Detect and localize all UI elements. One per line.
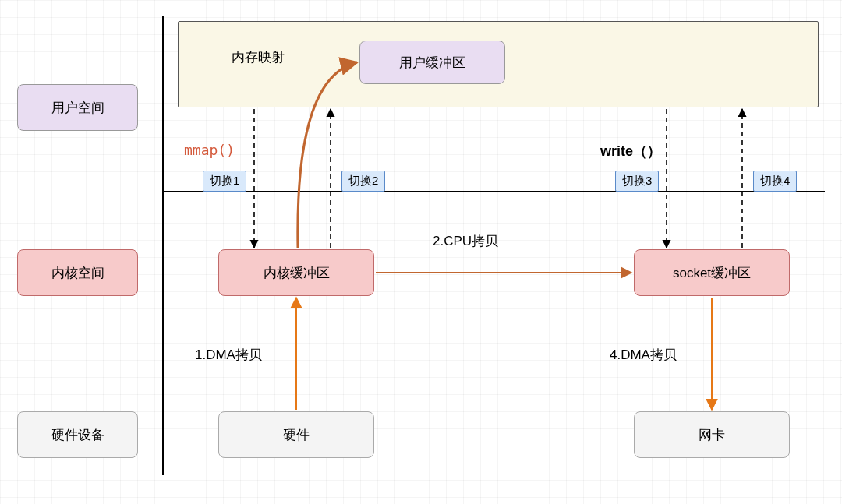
cpu-copy-label: 2.CPU拷贝 (433, 232, 498, 250)
write-label: write（） (600, 142, 661, 160)
mmap-label: mmap() (184, 142, 235, 158)
kernel-space-text: 内核空间 (51, 264, 104, 282)
switch-4: 切换4 (753, 171, 797, 192)
user-buffer-text: 用户缓冲区 (399, 54, 465, 72)
hardware-block: 硬件 (218, 411, 374, 458)
kernel-space-label: 内核空间 (17, 249, 138, 296)
nic-box: 网卡 (634, 411, 790, 458)
hardware-block-text: 硬件 (283, 426, 310, 444)
nic-text: 网卡 (699, 426, 725, 444)
horizontal-axis (162, 191, 825, 192)
socket-buffer-box: socket缓冲区 (634, 249, 790, 296)
switch-2: 切换2 (341, 171, 385, 192)
vertical-axis (162, 16, 164, 475)
switch-3: 切换3 (615, 171, 659, 192)
kernel-buffer-box: 内核缓冲区 (218, 249, 374, 296)
user-space-text: 用户空间 (51, 99, 104, 117)
hardware-text: 硬件设备 (51, 426, 104, 444)
hardware-label: 硬件设备 (17, 411, 138, 458)
socket-buffer-text: socket缓冲区 (673, 264, 751, 282)
switch-1: 切换1 (203, 171, 246, 192)
user-buffer-box: 用户缓冲区 (359, 41, 505, 84)
kernel-buffer-text: 内核缓冲区 (264, 264, 330, 282)
mem-map-label: 内存映射 (232, 48, 285, 66)
dma1-label: 1.DMA拷贝 (195, 346, 262, 364)
dma4-label: 4.DMA拷贝 (610, 346, 677, 364)
user-space-label: 用户空间 (17, 84, 138, 131)
